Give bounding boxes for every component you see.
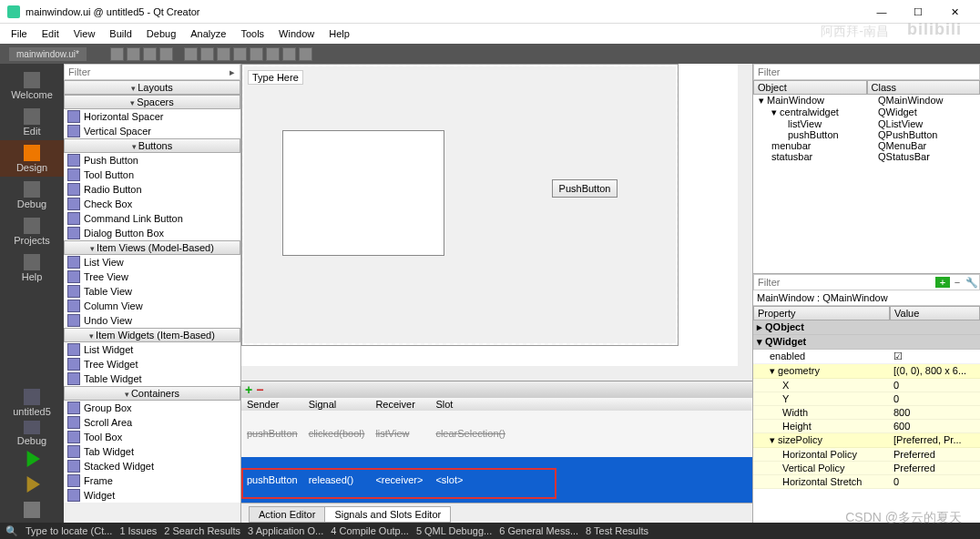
close-button[interactable]: ✕ (936, 1, 973, 23)
canvas-area[interactable]: Type Here PushButton (241, 64, 752, 381)
widgetbox-item[interactable]: Check Box (64, 197, 240, 211)
menu-window[interactable]: Window (273, 26, 320, 41)
build-button[interactable] (0, 497, 64, 523)
object-row[interactable]: listViewQListView (753, 118, 980, 129)
widgetbox-item[interactable]: Vertical Spacer (64, 124, 240, 138)
object-row[interactable]: ▾ centralwidgetQWidget (753, 107, 980, 118)
mode-help[interactable]: Help (0, 249, 64, 286)
locator-input[interactable]: Type to locate (Ct... (26, 525, 112, 536)
widgetbox-item[interactable]: Column View (64, 299, 240, 313)
tab-signals-slots-editor[interactable]: Signals and Slots Editor (324, 506, 451, 523)
col-object[interactable]: Object (753, 80, 867, 95)
col-sender[interactable]: Sender (241, 398, 303, 411)
property-row[interactable]: Height600 (753, 420, 980, 433)
widgetbox-item[interactable]: Widget (64, 488, 240, 503)
col-receiver[interactable]: Receiver (370, 398, 430, 411)
widgetbox-item[interactable]: Tree Widget (64, 357, 240, 371)
minimize-button[interactable]: — (863, 1, 900, 23)
menu-edit[interactable]: Edit (36, 26, 65, 41)
widgetbox-item[interactable]: Scroll Area (64, 415, 240, 430)
property-row[interactable]: X0 (753, 379, 980, 392)
property-row[interactable]: ▾ sizePolicy[Preferred, Pr... (753, 433, 980, 448)
status-issues[interactable]: 1 Issues (119, 525, 157, 536)
property-row[interactable]: Vertical PolicyPreferred (753, 462, 980, 475)
menu-build[interactable]: Build (104, 26, 137, 41)
menubar-placeholder[interactable]: Type Here (248, 70, 303, 85)
status-general[interactable]: 6 General Mess... (499, 525, 578, 536)
toolbar-button[interactable] (184, 47, 198, 61)
connection-row-deleted[interactable]: pushButton clicked(bool) listView clearS… (241, 411, 752, 457)
property-row[interactable]: Y0 (753, 392, 980, 406)
object-row[interactable]: statusbarQStatusBar (753, 151, 980, 162)
form-canvas[interactable]: Type Here PushButton (241, 64, 679, 346)
widgetbox-item[interactable]: Tool Box (64, 430, 240, 444)
widgetbox-category[interactable]: Containers (64, 386, 240, 401)
col-slot[interactable]: Slot (430, 398, 752, 411)
col-signal[interactable]: Signal (303, 398, 371, 411)
widgetbox-item[interactable]: Group Box (64, 401, 240, 415)
mode-debug[interactable]: Debug (0, 177, 64, 213)
property-row[interactable]: enabled☑ (753, 350, 980, 364)
propeditor-minus-icon[interactable]: − (950, 277, 965, 288)
menu-tools[interactable]: Tools (235, 26, 270, 41)
widgetbox-item[interactable]: Dialog Button Box (64, 226, 240, 240)
debug-run-button[interactable] (0, 472, 64, 497)
status-qml[interactable]: 5 QML Debugg... (416, 525, 492, 536)
widgetbox-item[interactable]: Tree View (64, 270, 240, 284)
toolbar-button[interactable] (250, 47, 263, 61)
toolbar-button[interactable] (143, 47, 157, 61)
widgetbox-filter-input[interactable] (65, 66, 225, 78)
listview-widget[interactable] (282, 130, 444, 256)
widgetbox-item[interactable]: Stacked Widget (64, 459, 240, 473)
widgetbox-item[interactable]: Frame (64, 473, 240, 488)
widgetbox-item[interactable]: Undo View (64, 313, 240, 328)
widgetbox-item[interactable]: Tool Button (64, 168, 240, 182)
locator-icon[interactable]: 🔍 (5, 525, 18, 537)
tab-action-editor[interactable]: Action Editor (249, 506, 325, 523)
col-property[interactable]: Property (753, 306, 890, 320)
property-row[interactable]: ▸ QObject (753, 320, 980, 335)
widgetbox-item[interactable]: Table Widget (64, 371, 240, 386)
propeditor-wrench-icon[interactable]: 🔧 (965, 277, 979, 289)
status-compile[interactable]: 4 Compile Outp... (331, 525, 409, 536)
propeditor-add-icon[interactable]: + (935, 277, 950, 288)
status-appoutput[interactable]: 3 Application O... (248, 525, 323, 536)
property-row[interactable]: ▾ geometry[(0, 0), 800 x 6... (753, 364, 980, 379)
toolbar-button[interactable] (200, 47, 214, 61)
toolbar-button[interactable] (266, 47, 280, 61)
col-class[interactable]: Class (867, 80, 981, 95)
objinspect-filter-input[interactable] (754, 66, 979, 78)
widgetbox-item[interactable]: List View (64, 255, 240, 270)
widgetbox-item[interactable]: List Widget (64, 342, 240, 357)
propeditor-filter-input[interactable] (754, 276, 935, 289)
widgetbox-item[interactable]: Command Link Button (64, 211, 240, 226)
property-row[interactable]: Horizontal PolicyPreferred (753, 448, 980, 462)
mode-welcome[interactable]: Welcome (0, 67, 64, 104)
build-config[interactable]: Debug (0, 421, 64, 446)
maximize-button[interactable]: ☐ (900, 1, 936, 23)
widgetbox-item[interactable]: Push Button (64, 153, 240, 168)
toolbar-button[interactable] (127, 47, 140, 61)
connection-row-selected[interactable]: pushButton released() <receiver> <slot> (241, 457, 752, 503)
widgetbox-category[interactable]: Item Widgets (Item-Based) (64, 328, 240, 342)
widgetbox-category[interactable]: Spacers (64, 95, 240, 109)
widgetbox-collapse-icon[interactable]: ▸ (225, 66, 240, 78)
object-row[interactable]: ▾ MainWindowQMainWindow (753, 95, 980, 107)
widgetbox-item[interactable]: Radio Button (64, 182, 240, 197)
remove-connection-button[interactable]: − (256, 382, 263, 397)
col-value[interactable]: Value (890, 306, 980, 320)
toolbar-button[interactable] (282, 47, 296, 61)
property-row[interactable]: Horizontal Stretch0 (753, 475, 980, 489)
toolbar-button[interactable] (233, 47, 247, 61)
menu-view[interactable]: View (68, 26, 101, 41)
pushbutton-widget[interactable]: PushButton (552, 179, 618, 198)
property-row[interactable]: ▾ QWidget (753, 335, 980, 350)
kit-selector[interactable]: untitled5 (0, 384, 64, 421)
menu-debug[interactable]: Debug (141, 26, 181, 41)
mode-edit[interactable]: Edit (0, 104, 64, 140)
scrollbar-horizontal[interactable] (241, 366, 738, 381)
widgetbox-category[interactable]: Buttons (64, 138, 240, 153)
status-test[interactable]: 8 Test Results (586, 525, 648, 536)
mode-projects[interactable]: Projects (0, 213, 64, 249)
toolbar-button[interactable] (159, 47, 173, 61)
